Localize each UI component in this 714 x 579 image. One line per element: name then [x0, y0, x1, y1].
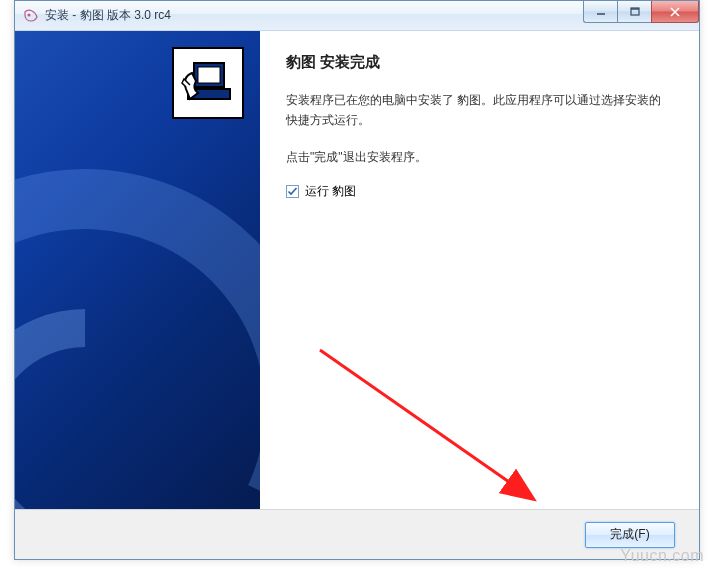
completion-text-1: 安装程序已在您的电脑中安装了 豹图。此应用程序可以通过选择安装的快捷方式运行。 — [286, 90, 671, 131]
window-controls — [583, 1, 699, 23]
finish-button[interactable]: 完成(F) — [585, 522, 675, 548]
wizard-button-bar: 完成(F) — [15, 509, 699, 559]
maximize-button[interactable] — [617, 1, 651, 23]
run-checkbox-label: 运行 豹图 — [305, 183, 356, 200]
run-after-install-row[interactable]: 运行 豹图 — [286, 183, 671, 200]
window-title: 安装 - 豹图 版本 3.0 rc4 — [45, 7, 171, 24]
wizard-main-panel: 豹图 安装完成 安装程序已在您的电脑中安装了 豹图。此应用程序可以通过选择安装的… — [260, 31, 699, 509]
titlebar: 安装 - 豹图 版本 3.0 rc4 — [15, 1, 699, 31]
checkmark-icon — [287, 186, 298, 197]
minimize-button[interactable] — [583, 1, 617, 23]
completion-heading: 豹图 安装完成 — [286, 53, 671, 72]
app-icon — [23, 8, 39, 24]
watermark-text: Yuucn.com — [620, 547, 704, 565]
finish-button-label: 完成(F) — [610, 526, 649, 543]
svg-point-0 — [28, 13, 31, 16]
installer-window: 安装 - 豹图 版本 3.0 rc4 — [14, 0, 700, 560]
completion-text-2: 点击"完成"退出安装程序。 — [286, 147, 671, 167]
close-button[interactable] — [651, 1, 699, 23]
computer-finish-icon — [172, 47, 244, 119]
run-checkbox[interactable] — [286, 185, 299, 198]
wizard-side-panel — [15, 31, 260, 509]
svg-rect-7 — [198, 67, 220, 83]
content-area: 豹图 安装完成 安装程序已在您的电脑中安装了 豹图。此应用程序可以通过选择安装的… — [15, 31, 699, 509]
